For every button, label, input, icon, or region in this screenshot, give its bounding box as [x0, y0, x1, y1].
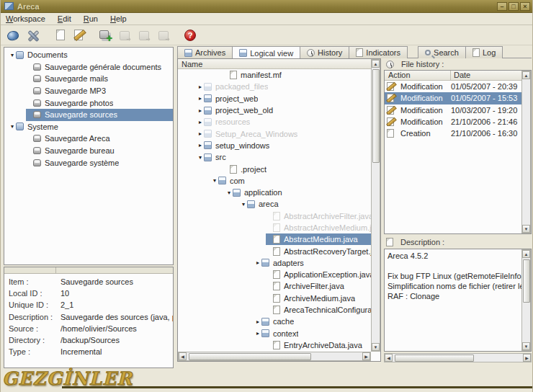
file-history-row[interactable]: Creation21/10/2006 - 16:30	[385, 128, 521, 139]
tab-indicators[interactable]: Indicators	[349, 46, 408, 58]
new-target-button[interactable]	[50, 27, 68, 44]
action-column-header[interactable]: Action	[385, 71, 451, 80]
tree-node[interactable]: Sauvegarde Areca	[4, 133, 173, 145]
tab-archives[interactable]: Archives	[177, 46, 233, 58]
chevron-down-icon[interactable]: ▾	[197, 154, 204, 161]
hscroll-thumb[interactable]	[189, 353, 311, 360]
tree-node[interactable]: ▾src	[178, 151, 372, 163]
tree-node[interactable]: ArchiveMedium.java	[178, 293, 372, 304]
description-hscrollbar[interactable]: ◀ ▶	[384, 353, 532, 362]
file-tree-hscrollbar[interactable]: ◀ ▶	[178, 352, 371, 361]
tab-logical-view[interactable]: Logical view	[233, 46, 300, 59]
vscroll-thumb[interactable]	[523, 259, 530, 303]
tree-node[interactable]: Sauvegarde système	[4, 156, 173, 169]
chevron-right-icon[interactable]: ▸	[197, 142, 204, 148]
history-vscrollbar[interactable]: ▲ ▼	[521, 71, 531, 233]
scroll-right-icon[interactable]: ▶	[362, 352, 370, 360]
tree-node[interactable]: ▸cache	[178, 316, 372, 327]
tab-log[interactable]: Log	[466, 46, 503, 58]
scroll-right-icon[interactable]: ▶	[523, 354, 531, 362]
tree-node[interactable]: Sauvegarde photos	[4, 97, 173, 109]
scroll-left-icon[interactable]: ◀	[179, 352, 187, 360]
minimize-button[interactable]: –	[497, 2, 507, 11]
scroll-up-icon[interactable]: ▲	[372, 60, 380, 68]
help-button[interactable]: ?	[181, 27, 200, 44]
name-column-header[interactable]: Name	[178, 59, 371, 69]
chevron-right-icon[interactable]: ▸	[254, 318, 261, 325]
tree-node[interactable]: ArecaTechnicalConfiguration.java	[178, 304, 372, 316]
menu-item-help[interactable]: Help	[110, 14, 127, 23]
tree-node[interactable]: ▾areca	[178, 198, 372, 210]
tree-node[interactable]: ApplicationException.java	[178, 269, 372, 280]
tree-node[interactable]: ▸setup_windows	[178, 140, 372, 151]
chevron-down-icon[interactable]: ▾	[9, 123, 16, 130]
description-text[interactable]: Areca 4.5.2 Fix bug FTP Linux (getRemote…	[385, 249, 521, 351]
tree-node-label: packaged_files	[215, 82, 268, 91]
tree-node[interactable]: ▾application	[178, 187, 372, 198]
tree-node-inner: Sauvegarde système	[26, 156, 173, 169]
maximize-button[interactable]: □	[509, 2, 519, 11]
chevron-down-icon[interactable]: ▾	[225, 190, 233, 196]
file-history-row[interactable]: Modification21/10/2006 - 21:46	[385, 116, 521, 128]
tree-node[interactable]: manifest.mf	[178, 69, 372, 81]
scroll-down-icon[interactable]: ▼	[522, 342, 530, 350]
tree-node[interactable]: ▸resources	[178, 116, 372, 128]
chevron-down-icon[interactable]: ▾	[240, 201, 247, 208]
tab-history[interactable]: History	[300, 46, 349, 58]
chevron-right-icon[interactable]: ▸	[254, 330, 261, 337]
file-history-row[interactable]: Modification01/05/2007 - 15:53	[385, 92, 521, 104]
chevron-right-icon[interactable]: ▸	[197, 130, 204, 137]
file-history-row[interactable]: Modification01/05/2007 - 20:39	[385, 81, 521, 92]
description-vscrollbar[interactable]: ▲ ▼	[521, 249, 531, 351]
tree-node[interactable]: AbstractArchiveMedium.java	[178, 222, 372, 233]
file-history-row[interactable]: Modification10/03/2007 - 19:20	[385, 104, 521, 116]
scroll-up-icon[interactable]: ▲	[522, 71, 530, 79]
tree-node[interactable]: .project	[178, 163, 372, 174]
tree-node[interactable]: ▸adapters	[178, 257, 372, 269]
chevron-down-icon[interactable]: ▾	[9, 52, 16, 58]
close-button[interactable]: ×	[520, 2, 530, 11]
chevron-right-icon[interactable]: ▸	[197, 95, 204, 102]
file-tree-vscrollbar[interactable]: ▲ ▼	[371, 59, 380, 352]
chevron-right-icon[interactable]: ▸	[197, 107, 204, 114]
menu-item-workspace[interactable]: Workspace	[6, 14, 45, 23]
tree-node[interactable]: ▸project_web_old	[178, 104, 372, 116]
hscroll-thumb[interactable]	[395, 355, 474, 362]
title-bar[interactable]: Areca – □ ×	[1, 0, 532, 13]
tree-node[interactable]: ▾Systeme	[4, 121, 173, 133]
tree-node[interactable]: EntryArchiveData.java	[178, 339, 372, 351]
tree-node[interactable]: ArchiveFilter.java	[178, 280, 372, 292]
tree-node[interactable]: AbstractArchiveFilter.java	[178, 210, 372, 222]
tree-node[interactable]: ▸Setup_Areca_Windows	[178, 128, 372, 139]
scroll-up-icon[interactable]: ▲	[522, 250, 530, 258]
preferences-button[interactable]	[23, 27, 42, 44]
chevron-right-icon[interactable]: ▸	[197, 84, 204, 90]
menu-item-edit[interactable]: Edit	[58, 14, 71, 23]
open-workspace-button[interactable]	[4, 27, 22, 44]
tree-node[interactable]: ▾Documents	[4, 49, 173, 61]
tree-node[interactable]: ▸packaged_files	[178, 81, 372, 92]
scroll-down-icon[interactable]: ▼	[372, 343, 380, 351]
chevron-right-icon[interactable]: ▸	[254, 259, 261, 266]
tab-search[interactable]: Search	[418, 46, 466, 58]
detail-value: 2_1	[61, 300, 73, 309]
tree-node[interactable]: Sauvegarde générale documents	[4, 61, 173, 74]
backup-button[interactable]	[96, 27, 115, 44]
tree-node[interactable]: ▾com	[178, 175, 372, 187]
menu-item-run[interactable]: Run	[84, 14, 98, 23]
chevron-down-icon[interactable]: ▾	[211, 177, 218, 184]
scroll-down-icon[interactable]: ▼	[522, 225, 530, 233]
tree-node[interactable]: ▸project_web	[178, 93, 372, 104]
tree-node[interactable]: Sauvegarde MP3	[4, 85, 173, 97]
tree-node[interactable]: AbstractMedium.java	[178, 233, 372, 245]
tree-node[interactable]: AbstractRecoveryTarget.java	[178, 245, 372, 257]
vscroll-thumb[interactable]	[372, 69, 380, 163]
tree-node[interactable]: Sauvegarde mails	[4, 73, 173, 85]
tree-node[interactable]: Sauvegarde sources	[4, 109, 173, 121]
tree-node[interactable]: ▸context	[178, 328, 372, 339]
date-column-header[interactable]: Date	[451, 71, 470, 80]
chevron-right-icon[interactable]: ▸	[197, 119, 204, 125]
tree-node[interactable]: Sauvegarde bureau	[4, 145, 173, 157]
edit-target-button[interactable]	[69, 27, 88, 44]
scroll-left-icon[interactable]: ◀	[385, 354, 393, 362]
